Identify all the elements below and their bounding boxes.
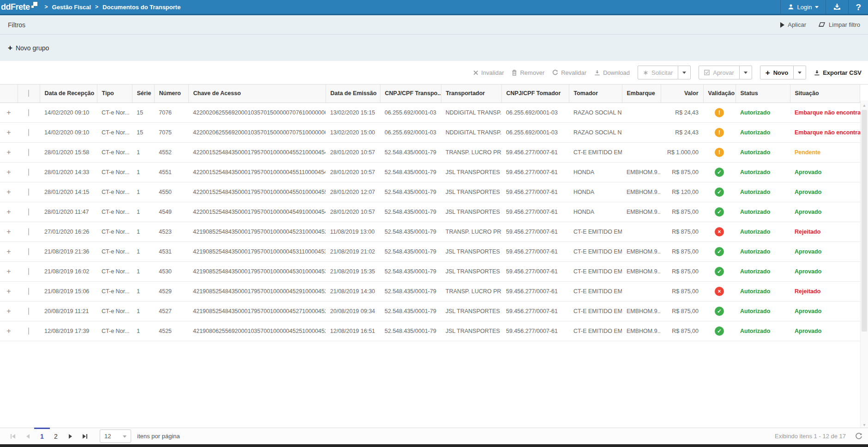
row-checkbox[interactable] bbox=[28, 129, 29, 136]
col-header-emissao[interactable]: Data de Emissão bbox=[326, 85, 380, 103]
cell-status: Autorizado bbox=[735, 182, 790, 202]
page-2-button[interactable]: 2 bbox=[49, 428, 63, 444]
previous-page-button[interactable] bbox=[20, 428, 35, 444]
row-checkbox[interactable] bbox=[28, 208, 29, 216]
help-button[interactable]: ? bbox=[848, 0, 868, 14]
cell-cnpj-tomador: 59.456.277/0007-61 bbox=[501, 222, 569, 242]
col-header-cnpj-transportador[interactable]: CNPJ/CPF Transpo... bbox=[380, 85, 441, 103]
app-logo[interactable]: ddFrete bbox=[0, 2, 37, 12]
row-checkbox[interactable] bbox=[28, 228, 29, 236]
play-icon bbox=[780, 22, 784, 28]
col-header-transportador[interactable]: Transportador bbox=[441, 85, 501, 103]
cell-valor: R$ 875,00 bbox=[661, 261, 703, 281]
page-size-value: 12 bbox=[104, 433, 111, 440]
cell-situacao: Aprovado bbox=[790, 182, 860, 202]
row-checkbox[interactable] bbox=[28, 188, 29, 196]
col-header-valor[interactable]: Valor bbox=[661, 85, 703, 103]
breadcrumb: > Gestão Fiscal > Documentos do Transpor… bbox=[45, 4, 181, 11]
invalidate-button[interactable]: Invalidar bbox=[473, 69, 504, 76]
col-header-tipo[interactable]: Tipo bbox=[97, 85, 132, 103]
expand-row-icon[interactable]: + bbox=[6, 208, 11, 216]
col-header-numero[interactable]: Número bbox=[154, 85, 188, 103]
expand-row-icon[interactable]: + bbox=[6, 228, 11, 236]
expand-row-icon[interactable]: + bbox=[6, 129, 11, 136]
approve-dropdown-button[interactable] bbox=[739, 66, 752, 79]
approve-button[interactable]: Aprovar bbox=[699, 66, 739, 79]
col-header-validacao[interactable]: Validação bbox=[703, 85, 735, 103]
row-checkbox[interactable] bbox=[28, 248, 29, 255]
apply-filter-button[interactable]: Aplicar bbox=[780, 21, 806, 28]
expand-row-icon[interactable]: + bbox=[6, 188, 11, 196]
revalidate-button[interactable]: Revalidar bbox=[552, 69, 586, 76]
scrollbar-thumb[interactable] bbox=[862, 110, 867, 332]
col-header-select-all[interactable] bbox=[18, 85, 40, 103]
downloads-button[interactable] bbox=[826, 0, 848, 14]
last-page-button[interactable] bbox=[78, 428, 92, 444]
col-header-embarque[interactable]: Embarque bbox=[622, 85, 661, 103]
vertical-scrollbar[interactable]: ▲ ▼ bbox=[860, 101, 868, 429]
cell-data-emissao: 11/08/2019 13:00 bbox=[326, 222, 380, 242]
col-header-situacao[interactable]: Situação bbox=[790, 85, 860, 103]
row-checkbox[interactable] bbox=[28, 268, 29, 275]
expand-row-icon[interactable]: + bbox=[6, 268, 11, 275]
next-page-button[interactable] bbox=[63, 428, 78, 444]
row-checkbox[interactable] bbox=[28, 109, 29, 116]
cell-data-recepcao: 14/02/2020 09:10 bbox=[40, 103, 97, 122]
request-button[interactable]: Solicitar bbox=[638, 66, 678, 79]
table-row: + 21/08/2019 21:36 CT-e Nor... 1 4531 42… bbox=[0, 242, 860, 261]
cell-cnpj-transportador: 52.548.435/0001-79 bbox=[380, 301, 441, 321]
col-header-tomador[interactable]: Tomador bbox=[569, 85, 622, 103]
breadcrumb-documentos-transporte[interactable]: Documentos do Transporte bbox=[102, 4, 181, 11]
refresh-grid-button[interactable] bbox=[855, 433, 862, 440]
expand-row-icon[interactable]: + bbox=[6, 169, 11, 176]
expand-row-icon[interactable]: + bbox=[6, 308, 11, 315]
col-header-cnpj-tomador[interactable]: CNPJ/CPF Tomador bbox=[501, 85, 569, 103]
expand-row-icon[interactable]: + bbox=[6, 109, 11, 116]
expand-row-icon[interactable]: + bbox=[6, 327, 11, 335]
download-button[interactable]: Download bbox=[594, 69, 630, 76]
cell-valor: R$ 875,00 bbox=[661, 242, 703, 261]
cell-chave-acesso: 4219080625569200010357001000004525100004… bbox=[188, 321, 326, 341]
row-checkbox[interactable] bbox=[28, 288, 29, 295]
new-group-button[interactable]: + Novo grupo bbox=[8, 44, 49, 52]
filters-header: Filtros Aplicar Limpar filtro bbox=[0, 15, 868, 35]
cell-validacao: ✓ bbox=[703, 242, 735, 261]
row-checkbox[interactable] bbox=[28, 308, 29, 315]
cell-transportador: JSL TRANSPORTES D... bbox=[441, 202, 501, 222]
row-checkbox[interactable] bbox=[28, 149, 29, 156]
clear-filter-button[interactable]: Limpar filtro bbox=[818, 21, 860, 28]
table-row: + 28/01/2020 14:15 CT-e Nor... 1 4550 42… bbox=[0, 182, 860, 202]
new-dropdown-button[interactable] bbox=[793, 66, 806, 79]
new-button[interactable]: + Novo bbox=[760, 66, 793, 79]
cell-chave-acesso: 4220015254843500017957001000004549100004… bbox=[188, 202, 326, 222]
cell-data-emissao: 28/01/2020 10:57 bbox=[326, 202, 380, 222]
col-header-recepcao[interactable]: Data de Recepção↓ bbox=[40, 85, 97, 103]
expand-row-icon[interactable]: + bbox=[6, 248, 11, 255]
chevron-down-icon bbox=[798, 72, 802, 76]
row-checkbox[interactable] bbox=[28, 327, 29, 335]
row-checkbox[interactable] bbox=[28, 169, 29, 176]
filters-title: Filtros bbox=[8, 21, 25, 29]
login-menu[interactable]: Login bbox=[780, 0, 826, 14]
expand-row-icon[interactable]: + bbox=[6, 149, 11, 156]
col-header-status[interactable]: Status bbox=[735, 85, 790, 103]
cell-serie: 15 bbox=[132, 122, 154, 142]
col-header-serie[interactable]: Série bbox=[132, 85, 154, 103]
page-1-button[interactable]: 1 bbox=[35, 428, 49, 444]
checkbox-cell bbox=[18, 182, 40, 202]
expand-row-icon[interactable]: + bbox=[6, 288, 11, 295]
cell-embarque: EMBHOM.9... bbox=[622, 242, 661, 261]
scroll-up-icon[interactable]: ▲ bbox=[861, 102, 868, 109]
cell-situacao: Rejeitado bbox=[790, 281, 860, 301]
remove-button[interactable]: Remover bbox=[512, 69, 544, 76]
user-icon bbox=[788, 4, 794, 10]
page-size-select[interactable]: 12 bbox=[100, 429, 131, 443]
select-all-checkbox[interactable] bbox=[28, 90, 29, 97]
col-header-chave[interactable]: Chave de Acesso bbox=[188, 85, 326, 103]
cell-embarque: EMBHOM.9... bbox=[622, 182, 661, 202]
export-csv-button[interactable]: Exportar CSV bbox=[814, 69, 862, 76]
x-icon bbox=[473, 70, 478, 75]
request-dropdown-button[interactable] bbox=[678, 66, 690, 79]
breadcrumb-gestao-fiscal[interactable]: Gestão Fiscal bbox=[52, 4, 91, 11]
first-page-button[interactable] bbox=[6, 428, 20, 444]
